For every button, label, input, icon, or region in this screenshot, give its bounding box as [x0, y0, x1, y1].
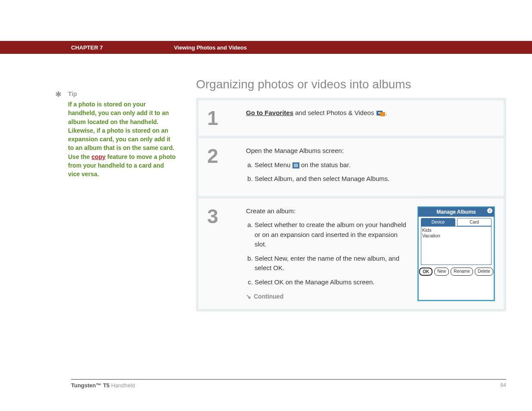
page-number: 64 [501, 382, 506, 389]
step-3-a: Select whether to create the album on yo… [255, 220, 409, 249]
step-2-intro: Open the Manage Albums screen: [246, 146, 495, 156]
product-bold: Tungsten™ T5 [71, 382, 109, 389]
step-2-a: Select Menu on the status bar. [255, 160, 495, 170]
steps-panel: 1 Go to Favorites and select Photos & Vi… [196, 98, 506, 311]
tip-text: If a photo is stored on your handheld, y… [68, 100, 176, 179]
info-icon[interactable]: i [487, 208, 492, 213]
step-3-c: Select OK on the Manage Albums screen. [255, 277, 409, 287]
chapter-header: CHAPTER 7 Viewing Photos and Videos [0, 41, 532, 54]
tab-device[interactable]: Device [421, 218, 455, 226]
product-name: Tungsten™ T5 Handheld [71, 382, 135, 389]
page-footer: Tungsten™ T5 Handheld 64 [71, 379, 506, 389]
new-button[interactable]: New [434, 268, 449, 276]
go-to-favorites-link[interactable]: Go to Favorites [246, 109, 293, 116]
step-1-text: and select Photos & Videos [293, 109, 376, 116]
step-2-a-before: Select Menu [255, 161, 292, 168]
asterisk-icon: ✱ [55, 90, 62, 99]
album-item-vacation[interactable]: Vacation [422, 233, 490, 239]
tab-card[interactable]: Card [457, 218, 492, 226]
tip-sidebar: ✱ Tip If a photo is stored on your handh… [55, 90, 176, 179]
photos-videos-icon [376, 109, 386, 117]
continued-label: ↘Continued [246, 292, 409, 301]
step-1-period: . [386, 109, 387, 116]
step-3-number: 3 [207, 206, 246, 226]
section-title: Organizing photos or videos into albums [196, 78, 506, 91]
tip-label: Tip [68, 90, 176, 97]
continued-arrow-icon: ↘ [246, 292, 251, 301]
delete-button[interactable]: Delete [475, 268, 493, 276]
tip-text-before: If a photo is stored on your handheld, y… [68, 101, 174, 160]
continued-text: Continued [254, 293, 283, 300]
dialog-button-row: OK New Rename Delete [418, 268, 494, 278]
step-2: 2 Open the Manage Albums screen: Select … [199, 138, 504, 196]
copy-link[interactable]: copy [91, 153, 106, 160]
album-item-kids[interactable]: Kids [422, 227, 490, 233]
album-list[interactable]: Kids Vacation [421, 226, 492, 265]
step-3-b: Select New, enter the name of the new al… [255, 254, 409, 273]
svg-point-2 [378, 112, 380, 114]
step-2-a-after: on the status bar. [299, 161, 351, 168]
step-1: 1 Go to Favorites and select Photos & Vi… [199, 100, 504, 136]
chapter-title: Viewing Photos and Videos [174, 44, 247, 51]
svg-rect-1 [380, 112, 385, 116]
dialog-title-text: Manage Albums [436, 209, 476, 215]
step-3-intro: Create an album: [246, 206, 409, 216]
ok-button[interactable]: OK [419, 268, 432, 276]
manage-albums-dialog: Manage Albums i Device Card Kids Vacatio… [417, 206, 495, 302]
step-1-number: 1 [207, 108, 246, 128]
step-2-b: Select Album, and then select Manage Alb… [255, 174, 495, 184]
step-2-number: 2 [207, 146, 246, 166]
product-light: Handheld [109, 382, 135, 389]
chapter-label: CHAPTER 7 [71, 44, 103, 51]
step-3: 3 Create an album: Select whether to cre… [199, 199, 504, 309]
menu-icon [292, 162, 299, 168]
rename-button[interactable]: Rename [451, 268, 473, 276]
dialog-title-bar: Manage Albums i [418, 207, 494, 217]
dialog-tabs: Device Card [418, 217, 494, 226]
